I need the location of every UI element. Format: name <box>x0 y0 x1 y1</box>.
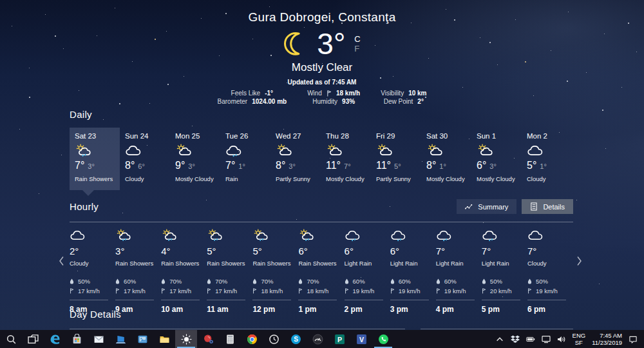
daily-low-temp: 3° <box>489 162 497 170</box>
detail-label: Barometer <box>218 98 248 105</box>
detail-label: Wind <box>307 90 322 97</box>
battery-icon[interactable] <box>526 335 535 343</box>
daily-low-temp: 1° <box>540 162 547 170</box>
daily-card[interactable]: Mon 25 9°3° Mostly Cloudy <box>170 128 220 190</box>
taskbar-app[interactable] <box>241 330 263 348</box>
hourly-column[interactable]: 5° Rain Showers 70% 18 km/h 12 pm <box>252 222 298 314</box>
daily-card[interactable]: Mon 2 5°1° Cloudy <box>522 128 572 190</box>
rain-showers-icon <box>252 229 298 242</box>
current-detail: Barometer 1024.00 mb <box>218 98 287 105</box>
cloudy-icon <box>125 144 167 157</box>
language-code: ENG <box>573 332 586 339</box>
daily-day-label: Mon 2 <box>527 132 569 140</box>
hourly-column[interactable]: 7° Light Rain 50% 20 km/h 5 pm <box>482 222 527 314</box>
hourly-precip: 70% <box>252 278 298 285</box>
daily-high-temp: 8° <box>426 160 436 171</box>
hourly-wind-value: 18 km/h <box>261 287 283 295</box>
whatsapp-icon <box>378 334 389 345</box>
daily-card[interactable]: Thu 28 11°7° Mostly Cloudy <box>321 128 371 190</box>
taskbar-app[interactable] <box>197 330 219 348</box>
current-detail: Visibility 10 km <box>381 90 426 97</box>
hourly-condition: Light Rain <box>436 260 482 267</box>
daily-heading: Daily <box>70 109 580 120</box>
tray-expand-chevron-icon[interactable] <box>495 335 504 343</box>
detail-value: 18 km/h <box>336 90 360 97</box>
wind-flag-icon <box>345 288 349 294</box>
hourly-precip-value: 50% <box>78 278 90 285</box>
skype-icon: S <box>290 334 301 345</box>
taskbar-app[interactable]: V <box>350 330 372 348</box>
daily-card[interactable]: Sat 23 7°3° Rain Showers <box>70 128 120 190</box>
hourly-temp: 6° <box>298 246 344 256</box>
volume-icon[interactable] <box>557 335 566 343</box>
summary-button[interactable]: Summary <box>457 199 516 214</box>
hourly-column[interactable]: 6° Rain Showers 70% 18 km/h 1 pm <box>298 222 344 314</box>
daily-condition: Mostly Cloudy <box>426 175 469 182</box>
hourly-column[interactable]: 6° Light Rain 60% 19 km/h 2 pm <box>345 222 390 314</box>
taskbar-app[interactable] <box>88 330 109 348</box>
droplet-icon <box>161 278 166 284</box>
taskbar-app[interactable] <box>153 330 175 348</box>
hourly-heading: Hourly <box>70 201 99 212</box>
hourly-column[interactable]: 3° Rain Showers 60% 17 km/h 9 am <box>115 222 161 314</box>
unit-celsius[interactable]: C <box>354 34 360 44</box>
taskbar-app[interactable] <box>44 330 66 348</box>
details-button-label: Details <box>543 203 565 211</box>
wind-flag-icon <box>207 288 211 294</box>
publisher-icon: P <box>334 334 345 345</box>
action-center-icon[interactable] <box>629 335 638 343</box>
hourly-column[interactable]: 7° Cloudy 50% 19 km/h 6 pm <box>527 222 573 314</box>
taskbar-app[interactable] <box>131 330 153 348</box>
hourly-precip: 70% <box>161 278 207 285</box>
hourly-wind-value: 18 km/h <box>307 287 328 295</box>
dropbox-icon[interactable] <box>511 335 520 343</box>
hourly-column[interactable]: 7° Light Rain 60% 19 km/h 4 pm <box>436 222 482 314</box>
taskbar-app[interactable] <box>66 330 88 348</box>
taskbar-app[interactable] <box>22 330 44 348</box>
hourly-column[interactable]: 6° Light Rain 60% 19 km/h 3 pm <box>390 222 436 314</box>
taskbar-app[interactable] <box>307 330 328 348</box>
summary-button-label: Summary <box>478 203 508 211</box>
hourly-column[interactable]: 4° Rain Showers 70% 17 km/h 10 am <box>161 222 207 314</box>
hourly-wind: 17 km/h <box>161 287 207 295</box>
edge-icon <box>50 334 61 345</box>
taskbar-app[interactable]: S <box>285 330 307 348</box>
taskbar-app[interactable] <box>263 330 285 348</box>
taskbar-app[interactable] <box>109 330 131 348</box>
daily-card[interactable]: Wed 27 8°3° Partly Sunny <box>270 128 321 190</box>
taskbar-app[interactable] <box>219 330 241 348</box>
detail-label: Humidity <box>312 98 337 105</box>
mostly-cloudy-icon <box>426 144 469 157</box>
daily-card[interactable]: Fri 29 11°5° Partly Sunny <box>371 128 421 190</box>
hourly-precip: 60% <box>115 278 161 285</box>
daily-high-temp: 11° <box>326 160 341 171</box>
daily-temps: 9°3° <box>175 160 218 171</box>
details-button[interactable]: Details <box>522 199 573 214</box>
scroll-left-chevron[interactable] <box>59 256 64 266</box>
wind-flag-icon <box>252 288 257 294</box>
network-icon[interactable] <box>542 335 551 343</box>
daily-card[interactable]: Sun 1 6°3° Mostly Cloudy <box>471 128 522 190</box>
hourly-precip: 50% <box>527 278 573 285</box>
taskbar-app[interactable] <box>175 330 197 348</box>
unit-fahrenheit[interactable]: F <box>354 44 359 53</box>
cloudy-icon <box>527 229 573 242</box>
hourly-precip: 60% <box>436 278 482 285</box>
hourly-wind-value: 17 km/h <box>78 287 100 295</box>
taskbar-app[interactable] <box>372 330 394 348</box>
daily-card[interactable]: Tue 26 7°1° Rain <box>220 128 270 190</box>
daily-card[interactable]: Sun 24 8°6° Cloudy <box>120 128 170 190</box>
clock[interactable]: 7:45 AM 11/23/2019 <box>592 332 622 346</box>
language-indicator[interactable]: ENG SF <box>573 332 586 346</box>
hourly-precip-value: 60% <box>124 278 136 285</box>
store-icon <box>71 334 82 345</box>
hourly-column[interactable]: 2° Cloudy 50% 17 km/h 8 am <box>70 222 115 314</box>
taskbar-app[interactable]: P <box>328 330 350 348</box>
wind-flag-icon <box>482 288 486 294</box>
hourly-column[interactable]: 5° Rain Showers 70% 17 km/h 11 am <box>207 222 252 314</box>
daily-condition: Rain Showers <box>75 175 117 182</box>
hourly-temp: 7° <box>482 246 527 256</box>
scroll-right-chevron[interactable] <box>576 256 582 266</box>
daily-card[interactable]: Sat 30 8°1° Mostly Cloudy <box>421 128 471 190</box>
taskbar-app[interactable] <box>0 330 22 348</box>
